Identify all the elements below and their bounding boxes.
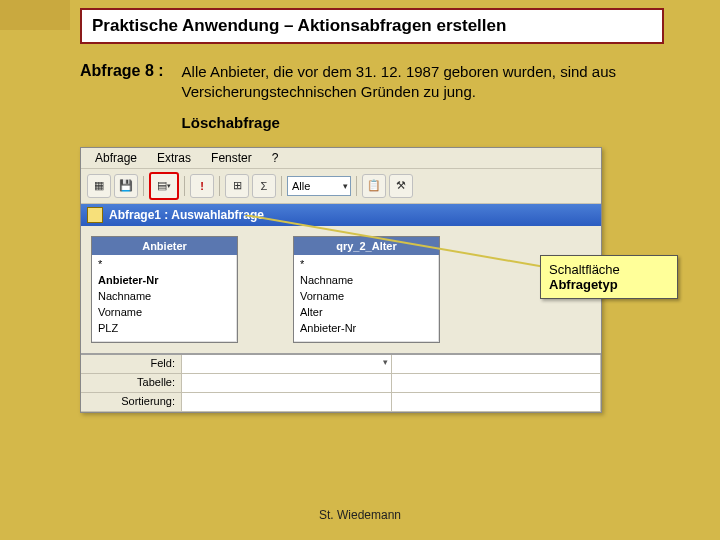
grid-label: Feld: bbox=[81, 355, 182, 373]
query-text: Alle Anbieter, die vor dem 31. 12. 1987 … bbox=[182, 62, 720, 103]
grid-cell[interactable] bbox=[392, 374, 602, 392]
view-icon[interactable]: ▦ bbox=[87, 174, 111, 198]
grid-cell[interactable] bbox=[182, 374, 392, 392]
toolbar: ▦ 💾 ▤▾ ! ⊞ Σ Alle 📋 ⚒ bbox=[81, 169, 601, 204]
callout-line2: Abfragetyp bbox=[549, 277, 669, 292]
field-item[interactable]: * bbox=[300, 257, 433, 273]
callout-line1: Schaltfläche bbox=[549, 262, 669, 277]
query-window-icon bbox=[87, 207, 103, 223]
query-label: Abfrage 8 : bbox=[80, 62, 164, 133]
field-item[interactable]: Vorname bbox=[98, 305, 231, 321]
grid-label: Tabelle: bbox=[81, 374, 182, 392]
field-item[interactable]: PLZ bbox=[98, 321, 231, 337]
build-icon[interactable]: ⚒ bbox=[389, 174, 413, 198]
grid-cell[interactable] bbox=[392, 355, 602, 373]
menu-extras[interactable]: Extras bbox=[149, 150, 199, 166]
field-item[interactable]: Vorname bbox=[300, 289, 433, 305]
grid-cell[interactable] bbox=[182, 393, 392, 411]
table-qry-alter[interactable]: qry_2_Alter * Nachname Vorname Alter Anb… bbox=[293, 236, 440, 344]
field-item[interactable]: Anbieter-Nr bbox=[300, 321, 433, 337]
qbe-grid: Feld: Tabelle: Sortierung: bbox=[81, 353, 601, 412]
run-icon[interactable]: ! bbox=[190, 174, 214, 198]
footer-author: St. Wiedemann bbox=[0, 508, 720, 522]
field-item[interactable]: Nachname bbox=[300, 273, 433, 289]
grid-cell[interactable] bbox=[392, 393, 602, 411]
table-fields: * Nachname Vorname Alter Anbieter-Nr bbox=[294, 255, 439, 343]
menu-fenster[interactable]: Fenster bbox=[203, 150, 260, 166]
grid-row-table: Tabelle: bbox=[81, 374, 601, 393]
query-window-title: Abfrage1 : Auswahlabfrage bbox=[109, 208, 264, 222]
title-box: Praktische Anwendung – Aktionsabfragen e… bbox=[80, 8, 664, 44]
grid-cell[interactable] bbox=[182, 355, 392, 373]
design-area: Anbieter * Anbieter-Nr Nachname Vorname … bbox=[81, 226, 601, 354]
field-item[interactable]: * bbox=[98, 257, 231, 273]
grid-row-sort: Sortierung: bbox=[81, 393, 601, 412]
field-item[interactable]: Nachname bbox=[98, 289, 231, 305]
table-title: qry_2_Alter bbox=[294, 237, 439, 255]
table-fields: * Anbieter-Nr Nachname Vorname PLZ bbox=[92, 255, 237, 343]
totals-icon[interactable]: Σ bbox=[252, 174, 276, 198]
query-subtitle: Löschabfrage bbox=[182, 113, 720, 133]
content-row: Abfrage 8 : Alle Anbieter, die vor dem 3… bbox=[80, 62, 720, 133]
show-table-icon[interactable]: ⊞ bbox=[225, 174, 249, 198]
menu-abfrage[interactable]: Abfrage bbox=[87, 150, 145, 166]
table-anbieter[interactable]: Anbieter * Anbieter-Nr Nachname Vorname … bbox=[91, 236, 238, 344]
field-item[interactable]: Anbieter-Nr bbox=[98, 273, 231, 289]
save-icon[interactable]: 💾 bbox=[114, 174, 138, 198]
callout-box: Schaltfläche Abfragetyp bbox=[540, 255, 678, 299]
access-screenshot: Abfrage Extras Fenster ? ▦ 💾 ▤▾ ! ⊞ Σ Al… bbox=[80, 147, 602, 414]
query-description: Alle Anbieter, die vor dem 31. 12. 1987 … bbox=[182, 62, 720, 133]
query-type-button[interactable]: ▤▾ bbox=[149, 172, 179, 200]
grid-row-field: Feld: bbox=[81, 355, 601, 374]
properties-icon[interactable]: 📋 bbox=[362, 174, 386, 198]
field-item[interactable]: Alter bbox=[300, 305, 433, 321]
table-title: Anbieter bbox=[92, 237, 237, 255]
top-values-combo[interactable]: Alle bbox=[287, 176, 351, 196]
menu-help[interactable]: ? bbox=[264, 150, 287, 166]
menubar: Abfrage Extras Fenster ? bbox=[81, 148, 601, 169]
grid-label: Sortierung: bbox=[81, 393, 182, 411]
page-title: Praktische Anwendung – Aktionsabfragen e… bbox=[92, 16, 652, 36]
query-window-titlebar: Abfrage1 : Auswahlabfrage bbox=[81, 204, 601, 226]
